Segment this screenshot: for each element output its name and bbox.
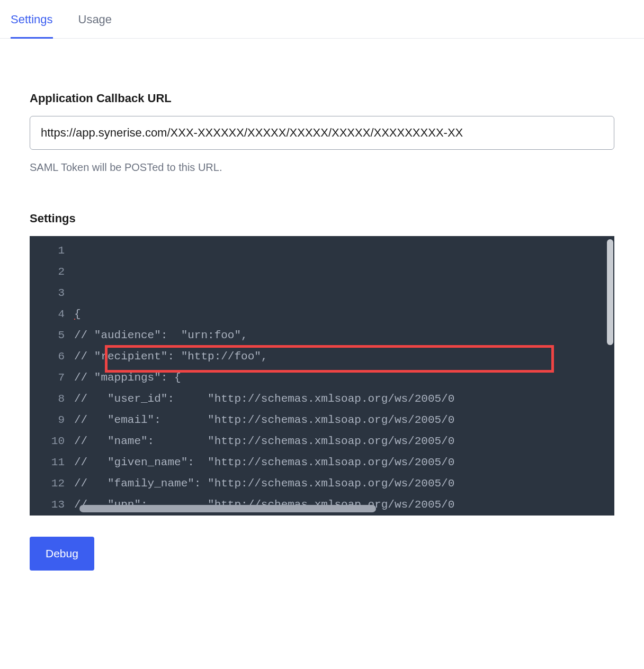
line-number: 7 <box>33 367 65 388</box>
code-line: // "given_name": "http://schemas.xmlsoap… <box>74 452 614 473</box>
callback-url-label: Application Callback URL <box>30 92 614 105</box>
line-number: 12 <box>33 473 65 494</box>
editor-gutter: 12345678910111213 <box>30 236 70 516</box>
code-line: // "name": "http://schemas.xmlsoap.org/w… <box>74 431 614 452</box>
code-line: // "email": "http://schemas.xmlsoap.org/… <box>74 410 614 431</box>
line-number: 2 <box>33 261 65 283</box>
line-number: 8 <box>33 388 65 410</box>
code-line: // "user_id": "http://schemas.xmlsoap.or… <box>74 388 614 410</box>
line-number: 5 <box>33 325 65 346</box>
code-line: // "mappings": { <box>74 367 614 388</box>
main-content: Application Callback URL SAML Token will… <box>0 39 644 592</box>
line-number: 3 <box>33 283 65 304</box>
code-line: { <box>74 304 614 325</box>
line-number: 1 <box>33 240 65 261</box>
callback-url-input[interactable] <box>30 116 614 150</box>
callback-url-helper: SAML Token will be POSTed to this URL. <box>30 161 614 174</box>
debug-button[interactable]: Debug <box>30 537 94 571</box>
editor-horizontal-scrollbar[interactable] <box>70 504 613 513</box>
settings-label: Settings <box>30 212 614 225</box>
line-number: 13 <box>33 494 65 516</box>
line-number: 10 <box>33 431 65 452</box>
settings-code-editor[interactable]: 12345678910111213 {// "audience": "urn:f… <box>30 236 614 516</box>
line-number: 6 <box>33 346 65 367</box>
editor-vertical-scrollbar[interactable] <box>607 239 613 345</box>
tab-bar: Settings Usage <box>0 0 644 39</box>
code-line: // "family_name": "http://schemas.xmlsoa… <box>74 473 614 494</box>
line-number: 11 <box>33 452 65 473</box>
tab-settings[interactable]: Settings <box>11 0 53 39</box>
code-line: // "recipient": "http://foo", <box>74 346 614 367</box>
tab-usage[interactable]: Usage <box>78 0 112 39</box>
editor-code-area[interactable]: {// "audience": "urn:foo",// "recipient"… <box>70 236 614 516</box>
code-line: // "audience": "urn:foo", <box>74 325 614 346</box>
line-number: 4 <box>33 304 65 325</box>
line-number: 9 <box>33 410 65 431</box>
